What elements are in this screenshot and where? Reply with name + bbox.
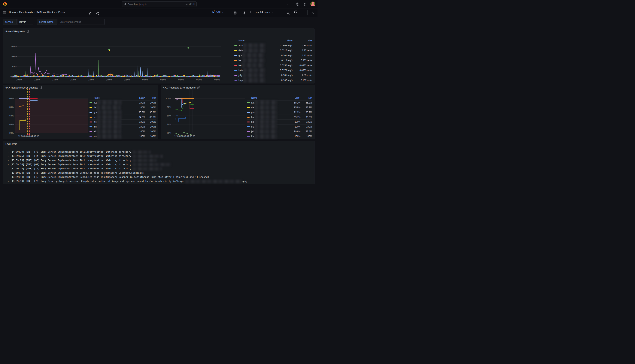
series-name[interactable]: hle (239, 63, 273, 68)
log-row[interactable]: ▸[13:59:14] [INF] [75] Emby.Server.Imple… (6, 166, 312, 171)
series-swatch[interactable] (247, 102, 250, 103)
series-name[interactable]: ldap (239, 78, 273, 82)
expand-chevron-icon[interactable]: ▸ (8, 163, 9, 166)
add-menu-button[interactable] (282, 2, 290, 7)
series-name[interactable]: jelly (239, 73, 273, 78)
legend-sort-v2[interactable]: Max (293, 39, 312, 42)
series-name[interactable]: inde (239, 68, 273, 73)
log-row[interactable]: ▸[13:59:14] [INF] [45] Emby.Server.Imple… (6, 175, 312, 179)
series-swatch[interactable] (247, 117, 250, 118)
series-name[interactable]: hle (94, 120, 128, 124)
series-swatch[interactable] (90, 112, 92, 113)
variable-service-value[interactable]: jellyfin (17, 19, 34, 25)
variable-server-name-input[interactable]: Enter variable value (58, 19, 105, 25)
avatar[interactable] (310, 2, 315, 6)
share-icon[interactable] (95, 10, 100, 16)
series-name[interactable]: del (251, 105, 284, 110)
settings-gear-icon[interactable] (242, 10, 247, 16)
series-name[interactable]: gra (251, 110, 284, 115)
breadcrumb-item[interactable]: Home (9, 11, 16, 14)
expand-chevron-icon[interactable]: ▸ (8, 172, 9, 174)
series-swatch[interactable] (234, 65, 237, 66)
series-swatch[interactable] (234, 75, 237, 76)
zoom-out-icon[interactable] (286, 10, 291, 16)
series-name[interactable]: lda (94, 134, 128, 139)
series-swatch[interactable] (90, 107, 92, 108)
expand-chevron-icon[interactable]: ▸ (8, 168, 9, 170)
series-swatch[interactable] (90, 126, 92, 127)
legend-sort-v1[interactable]: Last * (284, 96, 300, 99)
news-icon[interactable] (303, 2, 308, 7)
series-name[interactable]: ind (251, 124, 284, 129)
series-name[interactable]: ha. (251, 115, 284, 120)
refresh-button[interactable] (294, 10, 300, 14)
series-name[interactable]: delu (239, 48, 273, 53)
search-input[interactable]: Search or jump to... ctrl+k (122, 1, 197, 7)
legend-sort-v2[interactable]: Min (300, 96, 312, 99)
log-row[interactable]: ▸[13:59:25] [INF] [80] Emby.Server.Imple… (6, 158, 312, 162)
series-swatch[interactable] (247, 131, 250, 132)
collapse-caret-icon[interactable] (310, 10, 315, 16)
panel-title[interactable]: Log Errors (6, 142, 17, 145)
breadcrumb-item[interactable]: Dashboards (19, 11, 33, 14)
log-row[interactable]: ▸[13:59:25] [INF] [44] Emby.Server.Imple… (6, 154, 312, 158)
series-swatch[interactable] (90, 122, 92, 122)
legend-sort-name[interactable]: Name (251, 96, 284, 99)
series-swatch[interactable] (247, 122, 250, 122)
menu-icon[interactable] (2, 10, 7, 16)
expand-chevron-icon[interactable]: ▸ (8, 159, 9, 161)
series-swatch[interactable] (234, 60, 237, 61)
series-swatch[interactable] (234, 45, 237, 46)
series-swatch[interactable] (90, 131, 92, 132)
breadcrumb-item[interactable]: Self Host Blocks (37, 11, 55, 14)
series-name[interactable]: auth (239, 43, 273, 48)
log-row[interactable]: ▸[14:00:10] [INF] [70] Emby.Server.Imple… (6, 150, 312, 154)
svg-text:80%: 80% (167, 114, 171, 117)
series-name[interactable]: de (94, 105, 128, 110)
series-swatch[interactable] (247, 126, 250, 127)
series-name[interactable]: aut (251, 100, 284, 105)
help-icon[interactable] (295, 2, 300, 7)
svg-text:60%: 60% (10, 114, 14, 117)
series-swatch[interactable] (234, 80, 237, 81)
legend-row: jell99.6%98.4% (247, 129, 312, 134)
expand-chevron-icon[interactable]: ▸ (8, 155, 9, 157)
series-name[interactable]: ha. (94, 115, 128, 120)
favorite-star-icon[interactable] (88, 10, 93, 16)
series-name[interactable]: ha.t (239, 58, 273, 63)
series-swatch[interactable] (234, 55, 237, 56)
series-swatch[interactable] (247, 136, 250, 137)
legend-sort-name[interactable]: Name (94, 96, 128, 99)
log-row[interactable]: ▸[13:59:14] [INF] [45] Emby.Server.Imple… (6, 171, 312, 175)
log-row[interactable]: ▸[13:59:16] [INF] [61] Emby.Server.Imple… (6, 162, 312, 166)
series-swatch[interactable] (247, 112, 250, 113)
series-swatch[interactable] (90, 136, 92, 137)
expand-chevron-icon[interactable]: ▸ (8, 176, 9, 178)
legend-sort-v1[interactable]: Mean (273, 39, 293, 42)
log-row[interactable]: ▸[13:59:13] [INF] [70] Emby.Drawing.Imag… (6, 179, 312, 182)
series-swatch[interactable] (247, 107, 250, 108)
series-name[interactable]: gra (239, 53, 273, 58)
time-range-picker[interactable]: Last 24 hours (250, 10, 273, 14)
legend-sort-v1[interactable]: Last * (128, 96, 145, 99)
legend-sort-name[interactable]: Name (239, 39, 273, 42)
add-panel-button[interactable]: Add (212, 10, 224, 13)
err4xx-legend: NameLast *Minaut58.1%56.8%del95.9%93.9%g… (247, 96, 312, 138)
series-swatch[interactable] (234, 50, 237, 51)
series-name[interactable]: ind (94, 124, 128, 129)
series-name[interactable]: hle (251, 120, 284, 124)
series-name[interactable]: jell (251, 129, 284, 134)
series-swatch[interactable] (90, 102, 92, 103)
series-name[interactable]: jell (94, 129, 128, 134)
save-icon[interactable] (232, 10, 238, 16)
series-name[interactable]: gra (94, 110, 128, 115)
expand-chevron-icon[interactable]: ▸ (8, 180, 9, 182)
grafana-logo[interactable] (3, 2, 8, 6)
series-swatch[interactable] (90, 117, 92, 118)
legend-sort-v2[interactable]: Min (145, 96, 156, 99)
redacted-name (97, 120, 121, 124)
series-name[interactable]: aut (94, 100, 128, 105)
series-swatch[interactable] (234, 70, 237, 71)
series-name[interactable]: lda (251, 134, 284, 139)
expand-chevron-icon[interactable]: ▸ (8, 151, 9, 153)
